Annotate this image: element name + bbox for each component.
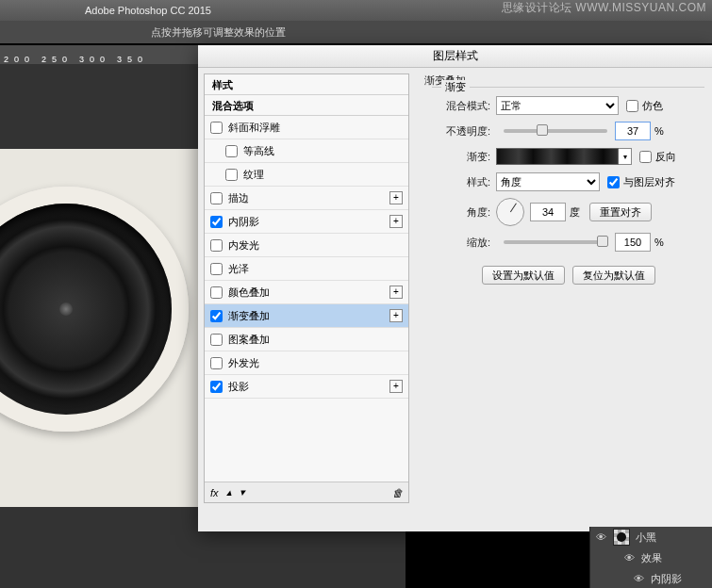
angle-unit: 度 — [570, 205, 580, 220]
layers-panel: 👁 小黑 👁 效果 👁 内阴影 — [589, 527, 712, 588]
add-stroke-icon[interactable]: + — [389, 191, 403, 204]
align-label: 与图层对齐 — [623, 175, 675, 189]
watermark-text: 思缘设计论坛 WWW.MISSYUAN.COM — [502, 0, 707, 16]
tool-options-bar: 点按并拖移可调整效果的位置 — [0, 21, 712, 43]
style-contour[interactable]: 等高线 — [205, 139, 408, 163]
style-stroke[interactable]: 描边+ — [205, 187, 408, 210]
scale-unit: % — [654, 237, 664, 248]
layer-thumbnail[interactable] — [613, 529, 630, 546]
angle-dial[interactable] — [496, 198, 524, 226]
group-title: 渐变 — [441, 80, 470, 94]
gradient-style-select[interactable]: 角度 — [496, 172, 600, 191]
add-drop-shadow-icon[interactable]: + — [389, 380, 403, 393]
reverse-checkbox[interactable] — [639, 151, 652, 163]
fx-menu-icon[interactable]: fx — [210, 487, 219, 498]
add-color-overlay-icon[interactable]: + — [389, 286, 403, 299]
blend-mode-label: 混合模式: — [432, 99, 490, 113]
opacity-input[interactable] — [615, 122, 651, 140]
styles-footer: fx ▴ ▾ 🗑 — [205, 482, 408, 502]
artwork-speaker — [0, 187, 189, 432]
layer-fx-label: 效果 — [641, 551, 662, 565]
inner-glow-checkbox[interactable] — [210, 239, 223, 252]
angle-input[interactable] — [530, 203, 566, 221]
align-checkbox[interactable] — [607, 176, 620, 188]
layer-style-dialog: 图层样式 样式 混合选项 斜面和浮雕 等高线 纹理 描边+ 内阴影+ 内发光 光… — [198, 45, 712, 531]
dither-checkbox[interactable] — [626, 100, 638, 112]
style-label: 样式: — [432, 175, 490, 189]
arrow-up-icon[interactable]: ▴ — [226, 486, 232, 498]
opacity-label: 不透明度: — [432, 124, 490, 139]
canvas[interactable] — [0, 149, 207, 507]
style-satin[interactable]: 光泽 — [205, 257, 408, 281]
style-pattern-overlay[interactable]: 图案叠加 — [205, 328, 408, 351]
trash-icon[interactable]: 🗑 — [392, 487, 403, 498]
gradient-swatch[interactable] — [496, 148, 619, 165]
visibility-eye-icon[interactable]: 👁 — [594, 531, 607, 543]
layer-fx-sub-row[interactable]: 👁 内阴影 — [590, 568, 712, 588]
add-gradient-overlay-icon[interactable]: + — [389, 309, 403, 322]
outer-glow-checkbox[interactable] — [210, 357, 223, 369]
layer-fx-row[interactable]: 👁 效果 — [590, 547, 712, 568]
add-inner-shadow-icon[interactable]: + — [389, 215, 403, 228]
blending-options-header[interactable]: 混合选项 — [205, 95, 408, 116]
blend-mode-select[interactable]: 正常 — [496, 96, 619, 115]
dialog-title: 图层样式 — [198, 45, 712, 68]
stroke-checkbox[interactable] — [210, 192, 223, 204]
angle-label: 角度: — [432, 205, 490, 220]
reverse-label: 反向 — [655, 150, 676, 164]
reset-default-button[interactable]: 复位为默认值 — [572, 266, 655, 285]
style-color-overlay[interactable]: 颜色叠加+ — [205, 281, 408, 304]
set-default-button[interactable]: 设置为默认值 — [482, 266, 565, 285]
contour-checkbox[interactable] — [225, 145, 238, 157]
reset-align-button[interactable]: 重置对齐 — [589, 203, 652, 221]
style-gradient-overlay[interactable]: 渐变叠加+ — [205, 304, 408, 328]
opacity-slider[interactable] — [504, 129, 607, 133]
tool-hint-text: 点按并拖移可调整效果的位置 — [151, 25, 286, 40]
app-title: Adobe Photoshop CC 2015 — [85, 5, 211, 16]
layer-row[interactable]: 👁 小黑 — [590, 527, 712, 547]
style-drop-shadow[interactable]: 投影+ — [205, 375, 408, 399]
speaker-center — [59, 302, 73, 316]
inner-shadow-checkbox[interactable] — [210, 216, 223, 228]
opacity-unit: % — [654, 125, 664, 137]
dither-label: 仿色 — [642, 99, 663, 113]
visibility-eye-icon[interactable]: 👁 — [632, 573, 645, 584]
color-overlay-checkbox[interactable] — [210, 286, 223, 299]
style-texture[interactable]: 纹理 — [205, 163, 408, 187]
gradient-dropdown-icon[interactable]: ▾ — [619, 148, 632, 165]
style-outer-glow[interactable]: 外发光 — [205, 351, 408, 375]
gradient-overlay-checkbox[interactable] — [210, 310, 223, 322]
speaker-cone — [0, 204, 172, 415]
styles-header[interactable]: 样式 — [205, 74, 408, 95]
pattern-overlay-checkbox[interactable] — [210, 334, 223, 346]
style-inner-glow[interactable]: 内发光 — [205, 234, 408, 257]
layer-fx-sub-label: 内阴影 — [651, 572, 682, 586]
gradient-label: 渐变: — [432, 150, 490, 164]
scale-slider[interactable] — [504, 240, 607, 244]
visibility-eye-icon[interactable]: 👁 — [622, 552, 636, 564]
drop-shadow-checkbox[interactable] — [210, 381, 223, 393]
scale-input[interactable] — [615, 233, 651, 252]
bevel-checkbox[interactable] — [210, 122, 223, 134]
style-inner-shadow[interactable]: 内阴影+ — [205, 210, 408, 234]
layer-name: 小黑 — [636, 531, 656, 545]
style-bevel[interactable]: 斜面和浮雕 — [205, 116, 408, 139]
styles-list: 样式 混合选项 斜面和浮雕 等高线 纹理 描边+ 内阴影+ 内发光 光泽 颜色叠… — [204, 74, 409, 503]
satin-checkbox[interactable] — [210, 263, 223, 275]
scale-label: 缩放: — [432, 236, 490, 250]
arrow-down-icon[interactable]: ▾ — [240, 486, 245, 498]
texture-checkbox[interactable] — [225, 169, 238, 181]
gradient-group: 渐变 混合模式: 正常 仿色 不透明度: % 渐变: ▾ 反向 样式: 角度 与… — [432, 87, 704, 303]
